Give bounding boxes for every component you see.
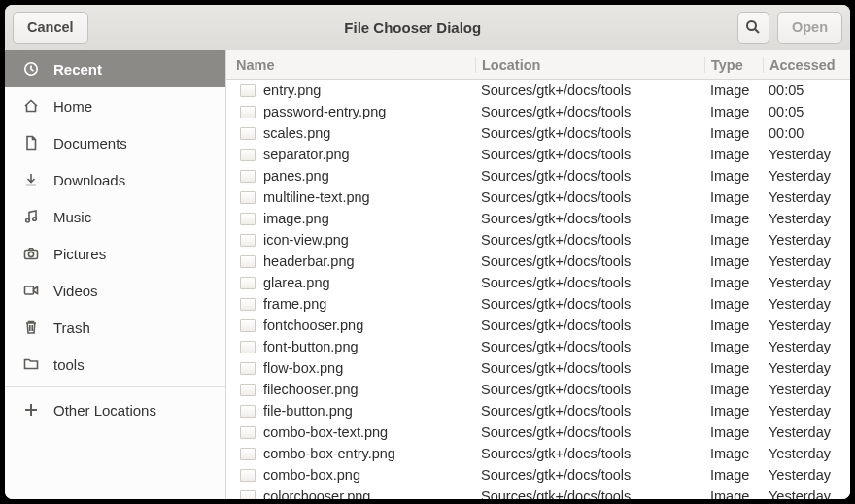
- file-row[interactable]: headerbar.pngSources/gtk+/docs/toolsImag…: [226, 251, 850, 272]
- clock-icon: [22, 60, 40, 78]
- column-header-type[interactable]: Type: [704, 57, 763, 73]
- file-row[interactable]: font-button.pngSources/gtk+/docs/toolsIm…: [226, 336, 850, 357]
- sidebar-item-label: Trash: [53, 319, 90, 336]
- sidebar-item-label: Documents: [53, 135, 127, 151]
- file-name: fontchooser.png: [263, 318, 363, 333]
- sidebar-item-label: Recent: [53, 61, 102, 78]
- file-accessed: Yesterday: [763, 211, 850, 226]
- file-name: password-entry.png: [263, 104, 386, 119]
- sidebar-item-music[interactable]: Music: [5, 198, 225, 235]
- file-row[interactable]: colorchooser.pngSources/gtk+/docs/toolsI…: [226, 486, 850, 499]
- file-name: scales.png: [263, 125, 330, 141]
- sidebar-item-videos[interactable]: Videos: [5, 272, 225, 309]
- image-file-icon: [240, 362, 256, 375]
- file-location: Sources/gtk+/docs/tools: [475, 104, 704, 119]
- file-type: Image: [704, 232, 763, 248]
- file-location: Sources/gtk+/docs/tools: [475, 147, 704, 162]
- file-accessed: Yesterday: [763, 339, 850, 354]
- file-location: Sources/gtk+/docs/tools: [475, 339, 704, 354]
- file-accessed: Yesterday: [763, 189, 850, 205]
- file-accessed: Yesterday: [763, 488, 850, 499]
- file-location: Sources/gtk+/docs/tools: [475, 488, 704, 499]
- image-file-icon: [240, 149, 256, 161]
- file-accessed: 00:00: [763, 125, 850, 141]
- file-name: headerbar.png: [263, 253, 355, 269]
- svg-point-4: [33, 218, 37, 221]
- sidebar-item-downloads[interactable]: Downloads: [5, 161, 225, 198]
- file-name: image.png: [263, 211, 329, 226]
- file-accessed: Yesterday: [763, 318, 850, 333]
- file-row[interactable]: combo-box-text.pngSources/gtk+/docs/tool…: [226, 421, 850, 443]
- file-row[interactable]: file-button.pngSources/gtk+/docs/toolsIm…: [226, 400, 850, 421]
- sidebar: RecentHomeDocumentsDownloadsMusicPicture…: [5, 50, 226, 499]
- file-location: Sources/gtk+/docs/tools: [475, 168, 704, 184]
- file-row[interactable]: image.pngSources/gtk+/docs/toolsImageYes…: [226, 208, 850, 229]
- column-header-location[interactable]: Location: [475, 57, 704, 73]
- file-type: Image: [704, 168, 763, 184]
- svg-line-1: [756, 29, 760, 33]
- sidebar-item-label: Music: [53, 209, 91, 225]
- file-type: Image: [704, 189, 763, 205]
- file-row[interactable]: combo-box.pngSources/gtk+/docs/toolsImag…: [226, 464, 850, 486]
- sidebar-item-trash[interactable]: Trash: [5, 309, 225, 346]
- file-row[interactable]: multiline-text.pngSources/gtk+/docs/tool…: [226, 186, 850, 208]
- folder-icon: [22, 355, 40, 373]
- file-type: Image: [704, 275, 763, 290]
- file-type: Image: [704, 211, 763, 226]
- sidebar-item-label: Videos: [53, 283, 98, 299]
- cancel-button[interactable]: Cancel: [13, 12, 88, 44]
- file-row[interactable]: scales.pngSources/gtk+/docs/toolsImage00…: [226, 122, 850, 144]
- open-button[interactable]: Open: [777, 12, 842, 44]
- file-type: Image: [704, 147, 763, 162]
- file-name: multiline-text.png: [263, 189, 370, 205]
- file-accessed: Yesterday: [763, 467, 850, 483]
- file-accessed: Yesterday: [763, 253, 850, 269]
- file-row[interactable]: fontchooser.pngSources/gtk+/docs/toolsIm…: [226, 315, 850, 336]
- file-location: Sources/gtk+/docs/tools: [475, 403, 704, 419]
- file-rows: entry.pngSources/gtk+/docs/toolsImage00:…: [226, 80, 850, 499]
- search-button[interactable]: [737, 12, 770, 44]
- file-row[interactable]: frame.pngSources/gtk+/docs/toolsImageYes…: [226, 293, 850, 315]
- sidebar-item-recent[interactable]: Recent: [5, 50, 225, 87]
- file-row[interactable]: flow-box.pngSources/gtk+/docs/toolsImage…: [226, 357, 850, 379]
- music-icon: [22, 208, 40, 225]
- sidebar-item-label: Pictures: [53, 246, 106, 262]
- svg-point-3: [26, 218, 30, 222]
- file-type: Image: [704, 104, 763, 119]
- file-row[interactable]: combo-box-entry.pngSources/gtk+/docs/too…: [226, 443, 850, 464]
- image-file-icon: [240, 191, 256, 204]
- file-location: Sources/gtk+/docs/tools: [475, 467, 704, 483]
- search-icon: [745, 19, 761, 35]
- svg-point-0: [747, 21, 756, 30]
- sidebar-item-label: tools: [53, 356, 85, 373]
- file-row[interactable]: icon-view.pngSources/gtk+/docs/toolsImag…: [226, 229, 850, 251]
- sidebar-item-home[interactable]: Home: [5, 87, 225, 124]
- sidebar-item-documents[interactable]: Documents: [5, 124, 225, 161]
- image-file-icon: [240, 384, 256, 396]
- file-row[interactable]: filechooser.pngSources/gtk+/docs/toolsIm…: [226, 379, 850, 400]
- sidebar-item-tools[interactable]: tools: [5, 346, 225, 383]
- sidebar-item-label: Home: [53, 98, 92, 115]
- column-header-name[interactable]: Name: [226, 57, 475, 73]
- image-file-icon: [240, 405, 256, 418]
- sidebar-other-locations[interactable]: Other Locations: [5, 391, 225, 428]
- sidebar-item-pictures[interactable]: Pictures: [5, 235, 225, 272]
- column-header-accessed[interactable]: Accessed: [763, 57, 850, 73]
- file-name: combo-box-entry.png: [263, 446, 395, 461]
- image-file-icon: [240, 426, 256, 439]
- file-row[interactable]: entry.pngSources/gtk+/docs/toolsImage00:…: [226, 80, 850, 101]
- file-location: Sources/gtk+/docs/tools: [475, 232, 704, 248]
- file-row[interactable]: panes.pngSources/gtk+/docs/toolsImageYes…: [226, 165, 850, 186]
- file-location: Sources/gtk+/docs/tools: [475, 275, 704, 290]
- file-name: filechooser.png: [263, 382, 359, 397]
- file-row[interactable]: password-entry.pngSources/gtk+/docs/tool…: [226, 101, 850, 122]
- file-location: Sources/gtk+/docs/tools: [475, 211, 704, 226]
- download-icon: [22, 171, 40, 188]
- file-name: icon-view.png: [263, 232, 349, 248]
- file-type: Image: [704, 446, 763, 461]
- image-file-icon: [240, 84, 256, 97]
- file-row[interactable]: separator.pngSources/gtk+/docs/toolsImag…: [226, 144, 850, 165]
- file-row[interactable]: glarea.pngSources/gtk+/docs/toolsImageYe…: [226, 272, 850, 293]
- file-location: Sources/gtk+/docs/tools: [475, 125, 704, 141]
- file-accessed: Yesterday: [763, 168, 850, 184]
